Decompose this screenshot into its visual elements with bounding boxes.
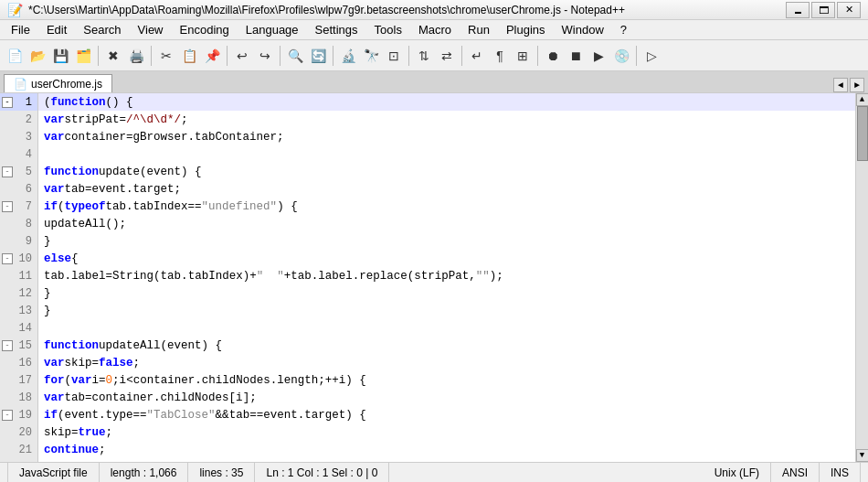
macro-stop-button[interactable]: ⏹ [565,45,587,67]
find-button[interactable]: 🔍 [284,45,306,67]
code-line-11[interactable]: tab.label = String(tab.tabIndex) + " " +… [38,267,855,284]
line-number-9: 9 [0,232,37,250]
word-wrap-button[interactable]: ↵ [466,45,488,67]
fold-marker-10[interactable]: - [2,253,13,264]
status-encoding: ANSI [771,463,820,482]
code-line-7[interactable]: if(typeof tab.tabIndex == "undefined") { [38,198,855,215]
line-number-11: 11 [0,267,37,284]
code-line-6[interactable]: var tab = event.target; [38,180,855,198]
minimize-button[interactable]: 🗕 [786,2,810,18]
code-line-12[interactable]: } [38,284,855,302]
tab-scroll-right[interactable]: ► [850,78,864,92]
title-bar: 📝 *C:\Users\Martin\AppData\Roaming\Mozil… [0,0,868,20]
menu-item-settings[interactable]: Settings [308,21,365,38]
redo-button[interactable]: ↪ [254,45,276,67]
code-line-2[interactable]: var stripPat = /^\d\d*/ ; [38,111,855,128]
line-number-16: 16 [0,354,37,371]
open-button[interactable]: 📂 [26,45,48,67]
code-line-18[interactable]: var tab = container.childNodes[i]; [38,389,855,406]
zoom-in-button[interactable]: 🔬 [337,45,359,67]
status-length: length : 1,066 [100,463,189,482]
sync-scroll-v-button[interactable]: ⇅ [413,45,435,67]
undo-button[interactable]: ↩ [231,45,253,67]
close-file-button[interactable]: ✖ [102,45,124,67]
fold-marker-19[interactable]: - [2,410,13,421]
paste-button[interactable]: 📌 [201,45,223,67]
tab-modified-icon: 📄 [14,78,27,91]
code-line-1[interactable]: (function() { [38,93,855,111]
toolbar-sep-3 [227,46,228,66]
line-number-2: 2 [0,111,37,128]
scroll-thumb[interactable] [857,106,868,161]
code-line-19[interactable]: if(event.type == "TabClose" && tab == ev… [38,406,855,423]
line-number-6: 6 [0,180,37,198]
tab-userchrome[interactable]: 📄 userChrome.js [4,74,112,92]
code-line-8[interactable]: updateAll(); [38,215,855,232]
menu-item-?[interactable]: ? [613,21,634,38]
line-number-14: 14 [0,319,37,337]
menu-item-macro[interactable]: Macro [411,21,459,38]
restore-zoom-button[interactable]: ⊡ [383,45,405,67]
fold-marker-5[interactable]: - [2,166,13,177]
toolbar-sep-1 [98,46,99,66]
fold-marker-7[interactable]: - [2,201,13,212]
menu-item-tools[interactable]: Tools [367,21,409,38]
indent-guide-button[interactable]: ⊞ [512,45,534,67]
code-line-15[interactable]: function updateAll(event) { [38,337,855,354]
toolbar-sep-9 [636,46,637,66]
save-button[interactable]: 💾 [49,45,71,67]
scroll-down[interactable]: ▼ [856,449,869,462]
replace-button[interactable]: 🔄 [307,45,329,67]
maximize-button[interactable]: 🗖 [811,2,835,18]
menu-item-view[interactable]: View [131,21,171,38]
toolbar: 📄 📂 💾 🗂️ ✖ 🖨️ ✂ 📋 📌 ↩ ↪ 🔍 🔄 🔬 🔭 ⊡ ⇅ ⇄ ↵ … [0,40,868,71]
menu-item-language[interactable]: Language [238,21,306,38]
all-chars-button[interactable]: ¶ [489,45,511,67]
code-line-10[interactable]: else { [38,250,855,267]
zoom-out-button[interactable]: 🔭 [360,45,382,67]
save-all-button[interactable]: 🗂️ [72,45,94,67]
scrollbar[interactable]: ▲ ▼ [855,93,868,462]
code-line-17[interactable]: for(var i = 0; i < container.childNodes.… [38,371,855,389]
status-line-ending: Unix (LF) [704,463,771,482]
menu-item-file[interactable]: File [4,21,37,38]
menu-item-edit[interactable]: Edit [39,21,74,38]
print-button[interactable]: 🖨️ [125,45,147,67]
close-button[interactable]: ✕ [837,2,861,18]
code-line-5[interactable]: function update(event) { [38,163,855,180]
code-line-9[interactable]: } [38,232,855,250]
code-line-14[interactable] [38,319,855,337]
toolbar-sep-6 [408,46,409,66]
editor-wrapper: -1234-56-789-1011121314-15161718-192021 … [0,93,868,462]
menu-item-plugins[interactable]: Plugins [499,21,553,38]
line-number-3: 3 [0,128,37,145]
sync-scroll-h-button[interactable]: ⇄ [436,45,458,67]
title-bar-controls: 🗕 🗖 ✕ [786,2,861,18]
macro-save-button[interactable]: 💿 [610,45,632,67]
macro-record-button[interactable]: ⏺ [542,45,564,67]
fold-marker-15[interactable]: - [2,340,13,351]
menu-item-run[interactable]: Run [460,21,497,38]
cut-button[interactable]: ✂ [155,45,177,67]
macro-play-button[interactable]: ▶ [587,45,609,67]
tab-scroll-left[interactable]: ◄ [833,78,848,92]
code-area[interactable]: (function() { var stripPat = /^\d\d*/ ; … [38,93,855,462]
copy-button[interactable]: 📋 [178,45,200,67]
fold-marker-1[interactable]: - [2,97,13,108]
code-line-4[interactable] [38,145,855,163]
line-number-18: 18 [0,389,37,406]
code-line-16[interactable]: var skip = false; [38,354,855,371]
code-line-13[interactable]: } [38,302,855,319]
run-button[interactable]: ▷ [640,45,662,67]
menu-item-window[interactable]: Window [555,21,611,38]
new-button[interactable]: 📄 [4,45,26,67]
toolbar-sep-5 [333,46,333,66]
status-lines: lines : 35 [188,463,255,482]
code-line-3[interactable]: var container = gBrowser.tabContainer; [38,128,855,145]
scroll-up[interactable]: ▲ [856,93,869,106]
menu-item-encoding[interactable]: Encoding [173,21,237,38]
scroll-track[interactable] [856,106,869,449]
code-line-21[interactable]: continue; [38,441,855,458]
menu-item-search[interactable]: Search [76,21,128,38]
code-line-20[interactable]: skip = true; [38,423,855,441]
